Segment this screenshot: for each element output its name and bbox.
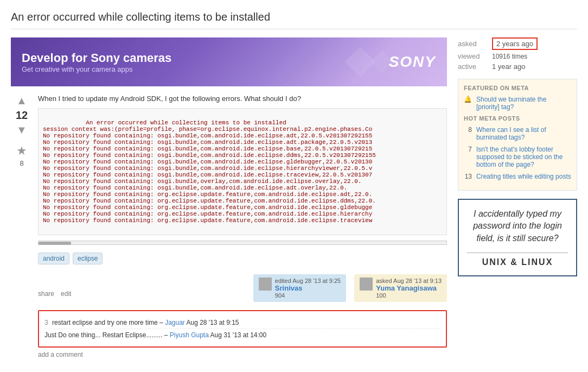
hot-item-1: 8 Where can I see a list of burninated t… bbox=[464, 126, 571, 141]
hot-item-3-link[interactable]: Creating titles while editing posts bbox=[476, 173, 571, 180]
viewed-stat-label: viewed bbox=[458, 52, 488, 60]
scrollbar[interactable] bbox=[38, 241, 447, 247]
edit-button[interactable]: edit bbox=[61, 290, 71, 298]
asked-meta-card: asked Aug 28 '13 at 9:13 Yuma Yanagisawa… bbox=[354, 274, 447, 302]
sidebar-ad[interactable]: I accidentally typed my password into th… bbox=[458, 199, 577, 276]
hot-item-2-link[interactable]: Isn't the chat's lobby footer supposed t… bbox=[476, 146, 571, 168]
vote-down-button[interactable]: ▼ bbox=[16, 124, 27, 136]
question-body: When I tried to update my Android SDK, I… bbox=[38, 94, 447, 358]
edited-user[interactable]: Srinivas bbox=[275, 284, 341, 292]
edited-date: Aug 28 '13 at 9:25 bbox=[292, 278, 341, 284]
code-error-line: An error occurred while collecting items… bbox=[43, 119, 372, 133]
edited-meta-card: edited Aug 28 '13 at 9:25 Srinivas 904 bbox=[253, 274, 346, 302]
asked-user[interactable]: Yuma Yanagisawa bbox=[376, 284, 442, 292]
hot-item-2: 7 Isn't the chat's lobby footer supposed… bbox=[464, 146, 571, 168]
comment-1-vote: 3 bbox=[44, 319, 48, 326]
sidebar-ad-footer: Unix & Linux bbox=[467, 257, 568, 267]
comment-1-text: restart eclipse and try one more time – bbox=[52, 319, 165, 326]
edited-badges: 904 bbox=[275, 292, 341, 299]
edited-meta-inner: edited Aug 28 '13 at 9:25 Srinivas 904 bbox=[259, 278, 341, 299]
tag-eclipse[interactable]: eclipse bbox=[73, 253, 103, 264]
sidebar-ad-text: I accidentally typed my password into th… bbox=[467, 208, 568, 244]
post-actions: share edit bbox=[38, 290, 71, 298]
favorite-button[interactable]: ★ bbox=[16, 144, 27, 158]
hot-item-3: 13 Creating titles while editing posts bbox=[464, 173, 571, 180]
comment-2-text: Just Do one thing... Restart Eclipse....… bbox=[44, 331, 170, 339]
question-intro: When I tried to update my Android SDK, I… bbox=[38, 94, 447, 103]
sidebar-stats: asked 2 years ago viewed 10916 times act… bbox=[458, 37, 577, 71]
question-area: ▲ 12 ▼ ★ 8 When I tried to update my And… bbox=[11, 94, 447, 358]
page-container: An error occurred while collecting items… bbox=[0, 0, 588, 369]
asked-stat-value: 2 years ago bbox=[492, 37, 538, 50]
viewed-stat-row: viewed 10916 times bbox=[458, 52, 577, 60]
active-stat-row: active 1 year ago bbox=[458, 62, 577, 71]
add-comment-button[interactable]: add a comment bbox=[38, 351, 447, 358]
featured-meta-title: FEATURED ON META bbox=[464, 85, 571, 91]
comments-section: 3 restart eclipse and try one more time … bbox=[38, 310, 447, 348]
edited-avatar bbox=[259, 278, 272, 291]
featured-item-1-link[interactable]: Should we burninate the [priority] tag? bbox=[476, 96, 571, 111]
edited-label: edited Aug 28 '13 at 9:25 bbox=[275, 278, 341, 284]
hot-meta-title: HOT META POSTS bbox=[464, 115, 571, 122]
ad-banner-heading: Develop for Sony cameras bbox=[22, 51, 171, 65]
favorite-section: ★ 8 bbox=[16, 144, 27, 167]
ad-banner-text: Develop for Sony cameras Get creative wi… bbox=[22, 51, 171, 73]
edited-meta-details: edited Aug 28 '13 at 9:25 Srinivas 904 bbox=[275, 278, 341, 299]
code-no-repo-lines: No repository found containing: osgi.bun… bbox=[43, 133, 376, 224]
ad-banner-subtext: Get creative with your camera apps bbox=[22, 65, 171, 73]
edited-label-text: edited bbox=[275, 278, 291, 284]
featured-item-1-icon: 🔔 bbox=[464, 96, 472, 111]
asked-label-text: asked bbox=[376, 278, 392, 284]
page-title: An error occurred while collecting items… bbox=[11, 11, 577, 29]
main-layout: Develop for Sony cameras Get creative wi… bbox=[11, 37, 577, 358]
active-stat-value: 1 year ago bbox=[492, 62, 525, 71]
comment-2: Just Do one thing... Restart Eclipse....… bbox=[44, 329, 440, 341]
comment-1: 3 restart eclipse and try one more time … bbox=[44, 317, 440, 329]
sidebar: asked 2 years ago viewed 10916 times act… bbox=[458, 37, 577, 358]
asked-stat-label: asked bbox=[458, 40, 488, 48]
comment-1-date: Aug 28 '13 at 9:15 bbox=[187, 319, 239, 326]
comment-2-user[interactable]: Piyush Gupta bbox=[170, 331, 209, 339]
scroll-thumb[interactable] bbox=[39, 242, 71, 245]
asked-badges: 100 bbox=[376, 292, 442, 299]
viewed-stat-value: 10916 times bbox=[492, 53, 527, 60]
active-stat-label: active bbox=[458, 62, 488, 71]
scroll-track bbox=[38, 241, 447, 245]
asked-avatar bbox=[360, 278, 373, 291]
featured-item-1: 🔔 Should we burninate the [priority] tag… bbox=[464, 96, 571, 111]
asked-meta-details: asked Aug 28 '13 at 9:13 Yuma Yanagisawa… bbox=[376, 278, 442, 299]
hot-item-1-count: 8 bbox=[464, 126, 472, 141]
hot-item-1-link[interactable]: Where can I see a list of burninated tag… bbox=[476, 126, 571, 141]
share-button[interactable]: share bbox=[38, 290, 54, 298]
featured-meta-box: FEATURED ON META 🔔 Should we burninate t… bbox=[458, 79, 577, 191]
hot-item-2-count: 7 bbox=[464, 146, 472, 168]
vote-up-button[interactable]: ▲ bbox=[16, 94, 27, 107]
post-meta: edited Aug 28 '13 at 9:25 Srinivas 904 bbox=[253, 274, 447, 302]
ad-banner-shapes bbox=[349, 37, 404, 86]
tags-container: android eclipse bbox=[38, 253, 447, 264]
comment-2-date: Aug 31 '13 at 14:00 bbox=[210, 331, 267, 339]
asked-meta-inner: asked Aug 28 '13 at 9:13 Yuma Yanagisawa… bbox=[360, 278, 442, 299]
tag-android[interactable]: android bbox=[38, 253, 69, 264]
hot-item-3-count: 13 bbox=[464, 173, 472, 180]
code-block[interactable]: An error occurred while collecting items… bbox=[38, 108, 447, 235]
fav-count: 8 bbox=[20, 159, 23, 167]
asked-stat-row: asked 2 years ago bbox=[458, 37, 577, 50]
ad-banner[interactable]: Develop for Sony cameras Get creative wi… bbox=[11, 37, 447, 86]
vote-count: 12 bbox=[16, 109, 28, 122]
vote-section: ▲ 12 ▼ ★ 8 bbox=[11, 94, 33, 358]
asked-label: asked Aug 28 '13 at 9:13 bbox=[376, 278, 442, 284]
asked-date: Aug 28 '13 at 9:13 bbox=[393, 278, 442, 284]
comment-1-user[interactable]: Jaguar bbox=[165, 319, 185, 326]
content-area: Develop for Sony cameras Get creative wi… bbox=[11, 37, 447, 358]
